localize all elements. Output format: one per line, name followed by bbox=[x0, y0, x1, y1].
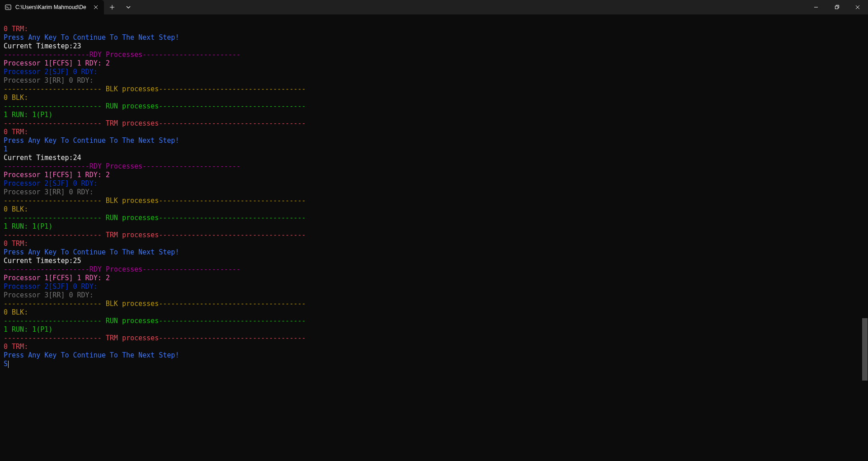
svg-rect-7 bbox=[835, 6, 838, 9]
trm-count-line: 0 TRM: bbox=[4, 240, 864, 248]
processor-1-line: Processor 1[FCFS] 1 RDY: 2 bbox=[4, 59, 864, 68]
new-tab-button[interactable] bbox=[104, 0, 120, 14]
blk-count-line: 0 BLK: bbox=[4, 94, 864, 102]
rdy-header-line: ---------------------RDY Processes------… bbox=[4, 162, 864, 171]
press-any-key-line: Press Any Key To Continue To The Next St… bbox=[4, 136, 864, 145]
run-header-line: ------------------------ RUN processes--… bbox=[4, 317, 864, 325]
input-line[interactable]: S bbox=[4, 360, 864, 368]
scrollbar-track[interactable] bbox=[862, 14, 868, 461]
tab-title: C:\Users\Karim Mahmoud\De bbox=[15, 4, 89, 10]
run-count-line: 1 RUN: 1(P1) bbox=[4, 325, 864, 334]
cursor bbox=[8, 361, 9, 368]
trm-header-line: ------------------------ TRM processes--… bbox=[4, 231, 864, 240]
timestep-line: Current Timestep:25 bbox=[4, 257, 864, 265]
terminal-tab[interactable]: C:\Users\Karim Mahmoud\De bbox=[0, 0, 104, 14]
window-controls bbox=[806, 0, 868, 14]
blk-header-line: ------------------------ BLK processes--… bbox=[4, 300, 864, 308]
processor-2-line: Processor 2[SJF] 0 RDY: bbox=[4, 282, 864, 291]
timestep-line: Current Timestep:24 bbox=[4, 154, 864, 162]
blk-header-line: ------------------------ BLK processes--… bbox=[4, 197, 864, 205]
processor-3-line: Processor 3[RR] 0 RDY: bbox=[4, 76, 864, 85]
processor-2-line: Processor 2[SJF] 0 RDY: bbox=[4, 179, 864, 188]
run-header-line: ------------------------ RUN processes--… bbox=[4, 102, 864, 111]
maximize-button[interactable] bbox=[826, 0, 847, 14]
minimize-button[interactable] bbox=[806, 0, 826, 14]
run-count-line: 1 RUN: 1(P1) bbox=[4, 111, 864, 119]
press-any-key-line: Press Any Key To Continue To The Next St… bbox=[4, 248, 864, 257]
blk-count-line: 0 BLK: bbox=[4, 308, 864, 317]
trm-count-line: 0 TRM: bbox=[4, 343, 864, 351]
tab-dropdown-button[interactable] bbox=[120, 0, 137, 14]
press-any-key-line: Press Any Key To Continue To The Next St… bbox=[4, 351, 864, 360]
close-button[interactable] bbox=[847, 0, 868, 14]
svg-rect-0 bbox=[5, 5, 11, 10]
blk-header-line: ------------------------ BLK processes--… bbox=[4, 85, 864, 94]
scrollbar-thumb[interactable] bbox=[862, 318, 868, 381]
blk-count-line: 0 BLK: bbox=[4, 205, 864, 214]
input-echo-line: 1 bbox=[4, 145, 864, 154]
processor-3-line: Processor 3[RR] 0 RDY: bbox=[4, 291, 864, 300]
press-any-key-line: Press Any Key To Continue To The Next St… bbox=[4, 33, 864, 42]
titlebar-drag-region[interactable] bbox=[137, 0, 806, 14]
run-header-line: ------------------------ RUN processes--… bbox=[4, 214, 864, 222]
trm-header-line: ------------------------ TRM processes--… bbox=[4, 119, 864, 128]
timestep-line: Current Timestep:23 bbox=[4, 42, 864, 51]
processor-1-line: Processor 1[FCFS] 1 RDY: 2 bbox=[4, 171, 864, 179]
rdy-header-line: ---------------------RDY Processes------… bbox=[4, 51, 864, 59]
run-count-line: 1 RUN: 1(P1) bbox=[4, 222, 864, 231]
processor-3-line: Processor 3[RR] 0 RDY: bbox=[4, 188, 864, 197]
titlebar: C:\Users\Karim Mahmoud\De bbox=[0, 0, 868, 14]
processor-2-line: Processor 2[SJF] 0 RDY: bbox=[4, 68, 864, 76]
terminal-icon bbox=[5, 4, 12, 11]
trm-count-line: 0 TRM: bbox=[4, 25, 864, 33]
tab-close-button[interactable] bbox=[92, 4, 99, 11]
processor-1-line: Processor 1[FCFS] 1 RDY: 2 bbox=[4, 274, 864, 282]
trm-header-line: ------------------------ TRM processes--… bbox=[4, 334, 864, 343]
rdy-header-line: ---------------------RDY Processes------… bbox=[4, 265, 864, 274]
terminal-output[interactable]: 0 TRM:Press Any Key To Continue To The N… bbox=[0, 14, 868, 461]
trm-count-line: 0 TRM: bbox=[4, 128, 864, 136]
